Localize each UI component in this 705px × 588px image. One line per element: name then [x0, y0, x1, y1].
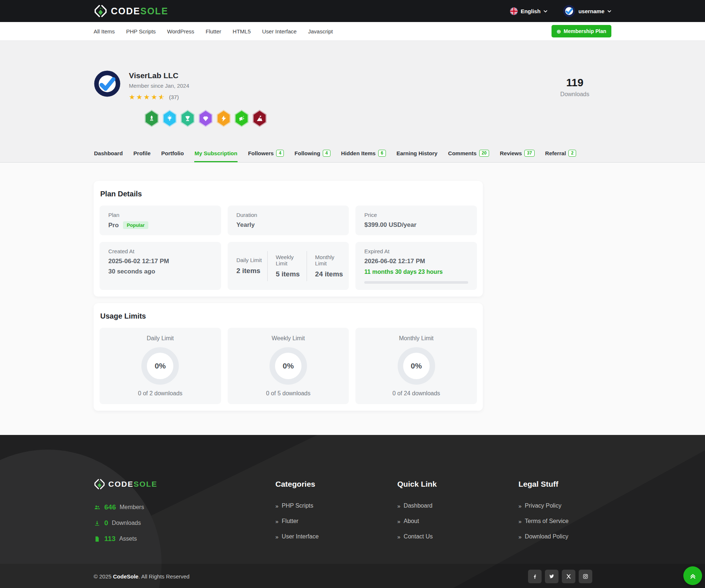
footer-link-flutter[interactable]: »Flutter	[275, 518, 397, 525]
site-logo[interactable]: CODESOLE	[94, 4, 168, 18]
footer-brand-column: CODESOLE 646 Members 0 Downloads 113 Ass…	[94, 478, 275, 551]
x-button[interactable]	[562, 570, 575, 583]
plan-tile: Plan Pro Popular	[100, 206, 221, 235]
idea-badge	[162, 110, 177, 127]
limits-tile: Daily Limit 2 items Weekly Limit 5 items…	[228, 242, 349, 290]
double-chevron-icon: »	[397, 503, 400, 509]
top-header: CODESOLE English	[0, 0, 705, 22]
popular-badge: Popular	[123, 221, 148, 229]
tab-followers[interactable]: Followers4	[247, 146, 284, 162]
double-chevron-icon: »	[518, 534, 521, 540]
daily-usage-tile: Daily Limit 0% 0 of 2 downloads	[100, 328, 221, 404]
star-icon: ★	[129, 94, 135, 101]
daily-limit: Daily Limit 2 items	[231, 254, 267, 278]
facebook-button[interactable]	[528, 570, 542, 583]
footer-link-dashboard[interactable]: »Dashboard	[397, 502, 518, 509]
chevron-down-icon	[543, 10, 547, 12]
star-icon: ★	[144, 94, 150, 101]
price-value: $399.00 USD/year	[364, 221, 468, 229]
tab-comments[interactable]: Comments20	[448, 146, 489, 162]
logo-text: CODESOLE	[111, 6, 168, 17]
membership-plan-button[interactable]: ⊕ Membership Plan	[552, 25, 612, 37]
tab-profile[interactable]: Profile	[133, 146, 151, 162]
tab-hidden-items[interactable]: Hidden Items6	[341, 146, 386, 162]
monthly-usage-tile: Monthly Limit 0% 0 of 24 downloads	[355, 328, 477, 404]
language-selector[interactable]: English	[510, 7, 547, 15]
category-nav: All Items PHP Scripts WordPress Flutter …	[0, 22, 705, 41]
downloads-label: Downloads	[560, 91, 589, 98]
users-icon	[94, 504, 101, 511]
footer-link-php-scripts[interactable]: »PHP Scripts	[275, 502, 397, 509]
twitter-button[interactable]	[545, 570, 558, 583]
created-at-value: 2025-06-02 12:17 PM	[108, 258, 212, 265]
tab-referral[interactable]: Referral2	[545, 146, 576, 162]
tab-count-badge: 6	[378, 150, 386, 157]
downloads-stat: 119 Downloads	[560, 70, 589, 101]
weekly-usage-tile: Weekly Limit 0% 0 of 5 downloads	[228, 328, 349, 404]
double-chevron-icon: »	[397, 534, 400, 540]
plan-details-card: Plan Details Plan Pro Popular Duration Y…	[94, 181, 483, 297]
logo-text: CODESOLE	[108, 480, 158, 489]
instagram-button[interactable]	[579, 570, 592, 583]
nav-item-flutter[interactable]: Flutter	[206, 28, 221, 35]
tab-my-subscription[interactable]: My Subscription	[194, 146, 238, 162]
language-label: English	[521, 8, 540, 14]
footer-link-terms-of-service[interactable]: »Terms of Service	[518, 518, 611, 525]
nav-item-javascript[interactable]: Javascript	[308, 28, 333, 35]
created-at-tile: Created At 2025-06-02 12:17 PM 30 second…	[100, 242, 221, 290]
tab-count-badge: 4	[323, 150, 330, 157]
footer-quicklink-column: Quick Link »Dashboard »About »Contact Us	[397, 478, 518, 551]
tab-reviews[interactable]: Reviews37	[499, 146, 535, 162]
footer-legal-column: Legal Stuff »Privacy Policy »Terms of Se…	[518, 478, 611, 551]
double-chevron-icon: »	[275, 534, 278, 540]
footer-logo[interactable]: CODESOLE	[94, 478, 275, 490]
rocket-badge	[144, 110, 159, 127]
footer-link-user-interface[interactable]: »User Interface	[275, 533, 397, 540]
progress-ring: 0%	[141, 347, 179, 385]
footer-link-download-policy[interactable]: »Download Policy	[518, 533, 611, 540]
rating-count: (37)	[169, 94, 179, 100]
scroll-to-top-button[interactable]	[683, 566, 702, 585]
tab-dashboard[interactable]: Dashboard	[94, 146, 123, 162]
milestone-badge	[252, 110, 267, 127]
footer: CODESOLE 646 Members 0 Downloads 113 Ass…	[0, 435, 705, 588]
tab-following[interactable]: Following4	[294, 146, 331, 162]
nav-item-wordpress[interactable]: WordPress	[167, 28, 194, 35]
footer-link-contact-us[interactable]: »Contact Us	[397, 533, 518, 540]
lightbulb-icon	[166, 115, 173, 122]
weekly-limit: Weekly Limit 5 items	[267, 251, 307, 281]
username-label: username	[578, 8, 604, 14]
star-half-icon: ★☆	[158, 94, 164, 101]
nav-item-html5[interactable]: HTML5	[233, 28, 251, 35]
usage-limits-title: Usage Limits	[100, 312, 477, 320]
tab-earning-history[interactable]: Earning History	[396, 146, 438, 162]
double-chevron-icon: »	[275, 519, 278, 524]
instagram-icon	[582, 573, 589, 580]
achievement-badges	[144, 110, 611, 127]
expired-at-value: 2026-06-02 12:17 PM	[364, 258, 468, 265]
double-chevron-icon: »	[518, 503, 521, 509]
nav-item-php-scripts[interactable]: PHP Scripts	[126, 28, 156, 35]
footer-link-privacy-policy[interactable]: »Privacy Policy	[518, 502, 611, 509]
monthly-limit: Monthly Limit 24 items	[307, 251, 346, 281]
logo-diamond-icon	[94, 478, 105, 490]
tab-count-badge: 4	[276, 150, 284, 157]
diamond-icon	[202, 115, 209, 122]
profile-name: ViserLab LLC	[129, 71, 189, 80]
rating-stars: ★ ★ ★ ★ ★☆ (37)	[129, 94, 189, 101]
star-icon: ★	[151, 94, 157, 101]
profile-tabs: Dashboard Profile Portfolio My Subscript…	[94, 146, 611, 162]
time-remaining: 11 months 30 days 23 hours	[364, 269, 468, 275]
footer-link-about[interactable]: »About	[397, 518, 518, 525]
trophy-badge	[180, 110, 195, 127]
progress-ring: 0%	[398, 347, 435, 385]
user-menu[interactable]: username	[563, 5, 611, 17]
nav-item-user-interface[interactable]: User Interface	[262, 28, 297, 35]
nav-item-all-items[interactable]: All Items	[94, 28, 115, 35]
tab-portfolio[interactable]: Portfolio	[161, 146, 184, 162]
plan-value: Pro	[108, 222, 119, 229]
member-since: Member since Jan, 2024	[129, 83, 189, 89]
trophy-icon	[184, 115, 191, 122]
plan-details-title: Plan Details	[100, 190, 477, 198]
created-ago: 30 seconds ago	[108, 268, 212, 275]
